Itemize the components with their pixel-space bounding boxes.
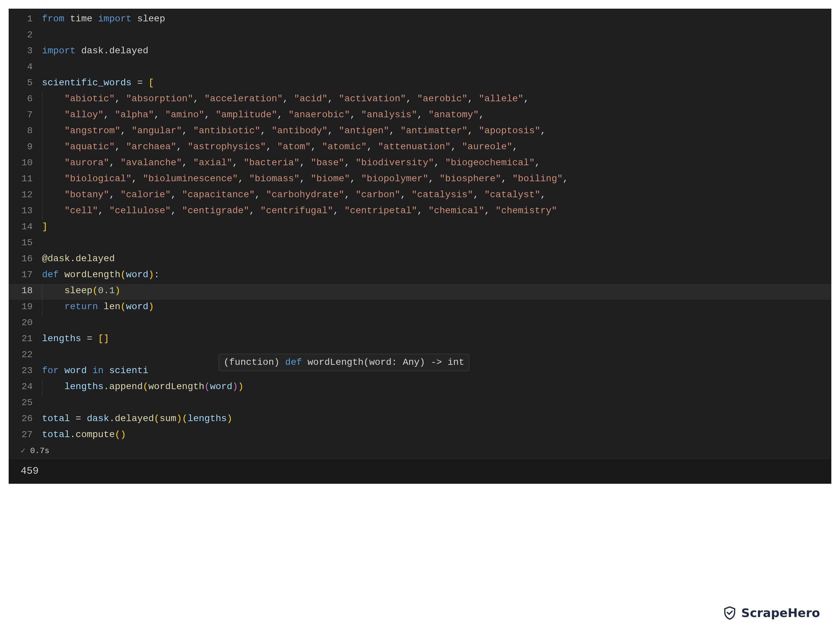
- code-content[interactable]: ]: [42, 220, 47, 234]
- code-content[interactable]: def wordLength(word):: [42, 268, 159, 282]
- shield-icon: [722, 606, 737, 620]
- watermark-logo: ScrapeHero: [722, 604, 820, 622]
- code-line[interactable]: 1from time import sleep: [9, 12, 831, 28]
- watermark-text: ScrapeHero: [741, 604, 820, 622]
- code-line[interactable]: 5scientific_words = [: [9, 76, 831, 92]
- code-content[interactable]: "aurora", "avalanche", "axial", "bacteri…: [42, 156, 540, 170]
- code-line[interactable]: 6 "abiotic", "absorption", "acceleration…: [9, 92, 831, 108]
- line-number: 7: [9, 108, 42, 122]
- line-number: 25: [9, 396, 42, 410]
- line-number: 4: [9, 60, 42, 74]
- line-number: 9: [9, 140, 42, 154]
- line-number: 18: [9, 284, 42, 298]
- code-content[interactable]: sleep(0.1): [42, 284, 120, 298]
- output-panel: 459: [9, 459, 831, 484]
- execution-status: ✓ 0.7s: [9, 444, 831, 459]
- line-number: 1: [9, 12, 42, 26]
- code-content[interactable]: @dask.delayed: [42, 252, 115, 266]
- line-number: 10: [9, 156, 42, 170]
- line-number: 20: [9, 316, 42, 330]
- code-content[interactable]: "abiotic", "absorption", "acceleration",…: [42, 92, 529, 106]
- line-number: 13: [9, 204, 42, 218]
- code-line[interactable]: 27total.compute(): [9, 428, 831, 444]
- code-line[interactable]: 23for word in scienti(function) def word…: [9, 364, 831, 380]
- line-number: 8: [9, 124, 42, 138]
- code-content[interactable]: total.compute(): [42, 428, 126, 442]
- code-line[interactable]: 20: [9, 316, 831, 332]
- line-number: 21: [9, 332, 42, 346]
- code-content[interactable]: import dask.delayed: [42, 44, 148, 58]
- code-content[interactable]: "angstrom", "angular", "antibiotic", "an…: [42, 124, 546, 138]
- code-content[interactable]: for word in scienti(function) def wordLe…: [42, 364, 148, 378]
- code-line[interactable]: 2: [9, 28, 831, 44]
- code-content[interactable]: from time import sleep: [42, 12, 165, 26]
- code-line[interactable]: 17def wordLength(word):: [9, 268, 831, 284]
- line-number: 24: [9, 380, 42, 394]
- code-content[interactable]: lengths.append(wordLength(word)): [42, 380, 243, 394]
- code-line[interactable]: 8 "angstrom", "angular", "antibiotic", "…: [9, 124, 831, 140]
- code-line[interactable]: 25: [9, 396, 831, 412]
- line-number: 6: [9, 92, 42, 106]
- line-number: 16: [9, 252, 42, 266]
- code-line[interactable]: 18 sleep(0.1): [9, 284, 831, 300]
- signature-tooltip: (function) def wordLength(word: Any) -> …: [219, 354, 469, 371]
- code-content[interactable]: "alloy", "alpha", "amino", "amplitude", …: [42, 108, 485, 122]
- code-line[interactable]: 19 return len(word): [9, 300, 831, 316]
- code-line[interactable]: 9 "aquatic", "archaea", "astrophysics", …: [9, 140, 831, 156]
- code-line[interactable]: 7 "alloy", "alpha", "amino", "amplitude"…: [9, 108, 831, 124]
- code-line[interactable]: 15: [9, 236, 831, 252]
- code-line[interactable]: 4: [9, 60, 831, 76]
- line-number: 5: [9, 76, 42, 90]
- code-line[interactable]: 16@dask.delayed: [9, 252, 831, 268]
- output-value: 459: [21, 464, 39, 479]
- line-number: 11: [9, 172, 42, 186]
- code-line[interactable]: 10 "aurora", "avalanche", "axial", "bact…: [9, 156, 831, 172]
- code-editor[interactable]: 1from time import sleep23import dask.del…: [9, 9, 831, 484]
- code-line[interactable]: 11 "biological", "bioluminescence", "bio…: [9, 172, 831, 188]
- line-number: 19: [9, 300, 42, 314]
- line-number: 26: [9, 412, 42, 426]
- line-number: 3: [9, 44, 42, 58]
- line-number: 12: [9, 188, 42, 202]
- code-content[interactable]: lengths = []: [42, 332, 109, 346]
- code-line[interactable]: 13 "cell", "cellulose", "centigrade", "c…: [9, 204, 831, 220]
- code-line[interactable]: 26total = dask.delayed(sum)(lengths): [9, 412, 831, 428]
- code-content[interactable]: total = dask.delayed(sum)(lengths): [42, 412, 232, 426]
- check-icon: ✓: [21, 445, 25, 457]
- line-number: 23: [9, 364, 42, 378]
- code-content[interactable]: scientific_words = [: [42, 76, 154, 90]
- code-line[interactable]: 24 lengths.append(wordLength(word)): [9, 380, 831, 396]
- code-line[interactable]: 21lengths = []: [9, 332, 831, 348]
- code-content[interactable]: "aquatic", "archaea", "astrophysics", "a…: [42, 140, 518, 154]
- code-content[interactable]: return len(word): [42, 300, 154, 314]
- line-number: 2: [9, 28, 42, 42]
- code-content[interactable]: "botany", "calorie", "capacitance", "car…: [42, 188, 546, 202]
- line-number: 15: [9, 236, 42, 250]
- line-number: 17: [9, 268, 42, 282]
- code-content[interactable]: "cell", "cellulose", "centigrade", "cent…: [42, 204, 557, 218]
- execution-duration: 0.7s: [30, 445, 49, 457]
- code-content[interactable]: "biological", "bioluminescence", "biomas…: [42, 172, 568, 186]
- line-number: 14: [9, 220, 42, 234]
- line-number: 27: [9, 428, 42, 442]
- line-number: 22: [9, 348, 42, 362]
- code-line[interactable]: 3import dask.delayed: [9, 44, 831, 60]
- code-line[interactable]: 14]: [9, 220, 831, 236]
- code-line[interactable]: 12 "botany", "calorie", "capacitance", "…: [9, 188, 831, 204]
